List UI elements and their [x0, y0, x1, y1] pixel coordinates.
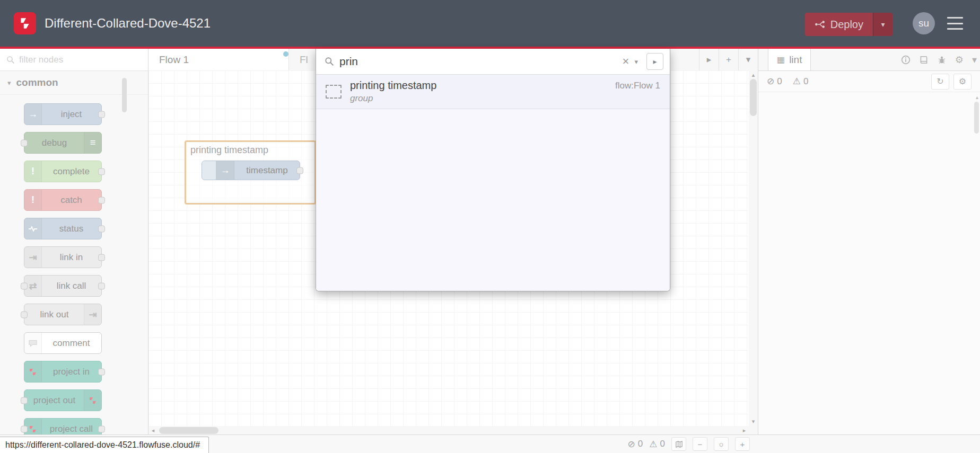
menu-bar [947, 17, 963, 19]
main-menu-button[interactable] [947, 17, 963, 30]
browser-status-url: https://different-collared-dove-4521.flo… [0, 437, 209, 453]
deploy-button[interactable]: Deploy ▾ [805, 13, 892, 36]
user-avatar[interactable]: su [913, 12, 935, 34]
search-dialog: prin × ▾ ▸ printing timestamp group flow… [316, 49, 670, 291]
search-options-button[interactable]: ▸ [646, 53, 663, 70]
group-icon [326, 85, 342, 99]
deploy-label: Deploy [830, 19, 863, 31]
search-input[interactable]: prin [339, 55, 619, 68]
deploy-icon [815, 20, 825, 29]
menu-bar [947, 28, 963, 30]
header: Different-Collared-Dove-4521 Deploy ▾ su [0, 0, 980, 47]
search-result-item[interactable]: printing timestamp group flow:Flow 1 [316, 75, 670, 109]
chevron-down-icon: ▾ [881, 20, 885, 29]
search-icon [325, 57, 334, 66]
result-type: group [350, 93, 436, 104]
flowfuse-logo [14, 12, 36, 34]
search-results-list: printing timestamp group flow:Flow 1 [316, 75, 670, 291]
deploy-options-button[interactable]: ▾ [873, 13, 892, 36]
flowfuse-logo-mark [18, 16, 32, 30]
clear-search-icon[interactable]: × [619, 55, 633, 68]
instance-title: Different-Collared-Dove-4521 [45, 0, 211, 47]
menu-bar [947, 23, 963, 24]
node-red-editor: Different-Collared-Dove-4521 Deploy ▾ su [0, 0, 980, 453]
search-input-row: prin × ▾ ▸ [316, 49, 670, 75]
result-flow-label: flow:Flow 1 [615, 75, 660, 91]
search-history-chevron-icon[interactable]: ▾ [632, 58, 640, 66]
result-title: printing timestamp [350, 79, 436, 92]
